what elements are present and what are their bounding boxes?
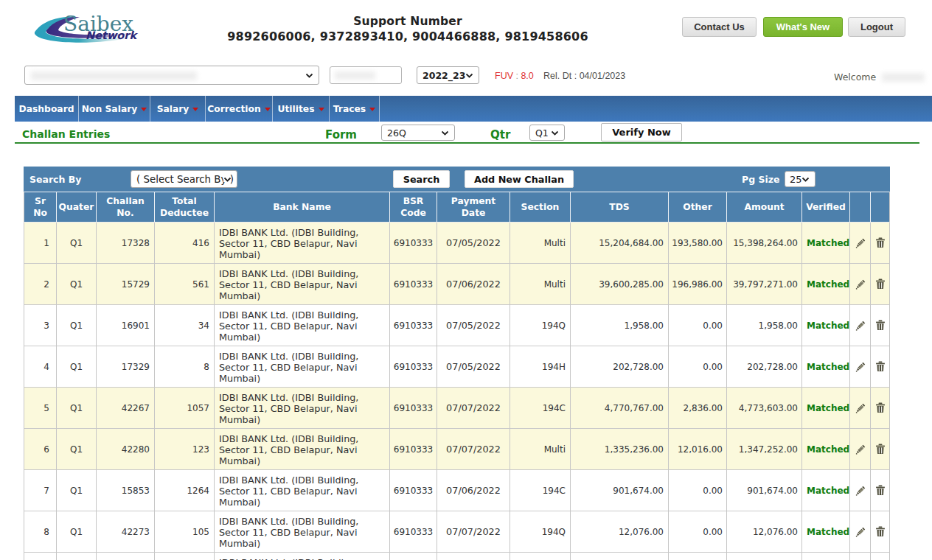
nav-item-correction[interactable]: Correction — [206, 96, 273, 122]
cell-quarter: Q1 — [57, 429, 97, 470]
table-row: IDBI BANK Ltd. (IDBI Building, Sector 11… — [24, 553, 890, 560]
cell-bsr-code: 6910333 — [390, 470, 437, 511]
column-header-verified: Verified — [802, 192, 850, 223]
pencil-icon — [855, 485, 866, 497]
pencil-icon — [855, 526, 866, 538]
cell-quarter: Q1 — [57, 388, 97, 429]
search-by-select[interactable]: ( Select Search By ) — [131, 170, 237, 188]
cell-bank-name: IDBI BANK Ltd. (IDBI Building, Sector 11… — [215, 553, 390, 560]
qtr-label: Qtr — [490, 128, 510, 141]
edit-row-button[interactable] — [850, 346, 871, 388]
chevron-down-icon — [305, 73, 313, 78]
chevron-down-icon — [223, 177, 232, 182]
table-row: 6 Q1 42280 123 IDBI BANK Ltd. (IDBI Buil… — [24, 429, 890, 470]
column-header-bank: Bank Name — [215, 192, 390, 223]
table-toolbar: Search By ( Select Search By ) Search Ad… — [24, 167, 890, 192]
cell-sr-no: 8 — [24, 511, 57, 553]
chevron-down-icon — [551, 130, 559, 136]
cell-bsr-code: 6910333 — [390, 429, 437, 470]
cell-payment-date: 07/07/2022 — [437, 429, 510, 470]
delete-row-button[interactable] — [871, 511, 890, 553]
contact-us-button[interactable]: Contact Us — [682, 17, 757, 37]
cell-bsr-code: 6910333 — [390, 305, 437, 346]
add-new-challan-button[interactable]: Add New Challan — [465, 170, 574, 188]
whats-new-button[interactable]: What's New — [763, 17, 843, 37]
delete-row-button[interactable] — [871, 223, 890, 264]
edit-row-button[interactable] — [850, 388, 871, 429]
cell-amount: 15,398,264.00 — [727, 223, 802, 264]
financial-year-value: 2022_23 — [422, 70, 465, 81]
support-number-values: 9892606006, 9372893410, 9004466888, 9819… — [59, 29, 757, 45]
cell-section: Multi — [510, 429, 571, 470]
cell-challan-no: 42267 — [97, 388, 155, 429]
tan-input[interactable] — [330, 66, 402, 84]
cell-verified-status: Matched — [802, 511, 850, 553]
edit-row-button[interactable] — [850, 264, 871, 305]
delete-row-button[interactable] — [871, 264, 890, 305]
cell-bank-name: IDBI BANK Ltd. (IDBI Building, Sector 11… — [215, 264, 390, 305]
chevron-down-icon — [801, 177, 810, 182]
qtr-select-value: Q1 — [535, 127, 549, 139]
cell-verified-status: Matched — [802, 223, 850, 264]
cell-total-deductee — [155, 553, 215, 560]
delete-row-button[interactable] — [871, 470, 890, 511]
qtr-select[interactable]: Q1 — [529, 125, 565, 141]
cell-quarter: Q1 — [57, 511, 97, 553]
cell-challan-no — [97, 553, 155, 560]
edit-row-button[interactable] — [850, 305, 871, 346]
column-header-amount: Amount — [727, 192, 802, 223]
support-number-label: Support Number — [59, 14, 757, 29]
logout-button[interactable]: Logout — [848, 17, 905, 37]
cell-payment-date: 07/06/2022 — [437, 264, 510, 305]
column-header-del — [871, 192, 890, 223]
cell-quarter — [57, 553, 97, 560]
search-button[interactable]: Search — [393, 170, 450, 188]
cell-verified-status: Matched — [802, 305, 850, 346]
cell-other: 12,016.00 — [669, 429, 727, 470]
cell-quarter: Q1 — [57, 346, 97, 388]
nav-item-utilites[interactable]: Utilites — [273, 96, 330, 122]
cell-section: 194Q — [510, 305, 571, 346]
financial-year-select[interactable]: 2022_23 — [417, 66, 479, 84]
delete-row-button[interactable] — [871, 346, 890, 388]
cell-bank-name: IDBI BANK Ltd. (IDBI Building, Sector 11… — [215, 511, 390, 553]
cell-other: 196,986.00 — [669, 264, 727, 305]
edit-row-button[interactable] — [850, 553, 871, 560]
delete-row-button[interactable] — [871, 388, 890, 429]
column-header-challan: ChallanNo. — [97, 192, 155, 223]
pencil-icon — [855, 320, 866, 332]
nav-item-traces[interactable]: Traces — [330, 96, 380, 122]
cell-total-deductee: 1264 — [155, 470, 215, 511]
cell-bsr-code: 6910333 — [390, 511, 437, 553]
cell-quarter: Q1 — [57, 264, 97, 305]
cell-amount: 1,347,252.00 — [727, 429, 802, 470]
delete-row-button[interactable] — [871, 429, 890, 470]
challan-table-zone: Search By ( Select Search By ) Search Ad… — [24, 167, 890, 560]
cell-payment-date: 07/05/2022 — [437, 305, 510, 346]
table-row: 4 Q1 17329 8 IDBI BANK Ltd. (IDBI Buildi… — [24, 346, 890, 388]
cell-verified-status: Matched — [802, 470, 850, 511]
deductor-select[interactable] — [24, 66, 319, 85]
cell-bsr-code: 6910333 — [390, 346, 437, 388]
form-select-value: 26Q — [387, 127, 406, 139]
pencil-icon — [855, 279, 866, 290]
cell-tds: 39,600,285.00 — [571, 264, 669, 305]
form-select[interactable]: 26Q — [381, 125, 455, 141]
nav-item-non-salary[interactable]: Non Salary — [79, 96, 150, 122]
edit-row-button[interactable] — [850, 511, 871, 553]
trash-icon — [875, 279, 886, 290]
dropdown-caret-icon — [319, 108, 324, 111]
verify-now-button[interactable]: Verify Now — [601, 123, 682, 141]
delete-row-button[interactable] — [871, 553, 890, 560]
trash-icon — [875, 320, 886, 331]
delete-row-button[interactable] — [871, 305, 890, 346]
nav-item-salary[interactable]: Salary — [150, 96, 206, 122]
edit-row-button[interactable] — [850, 223, 871, 264]
edit-row-button[interactable] — [850, 470, 871, 511]
pg-size-select[interactable]: 25 — [785, 171, 816, 187]
cell-section: 194C — [510, 470, 571, 511]
nav-item-dashboard[interactable]: Dashboard — [15, 96, 79, 122]
page-title: Challan Entries — [22, 128, 110, 140]
edit-row-button[interactable] — [850, 429, 871, 470]
chevron-down-icon — [441, 130, 449, 136]
